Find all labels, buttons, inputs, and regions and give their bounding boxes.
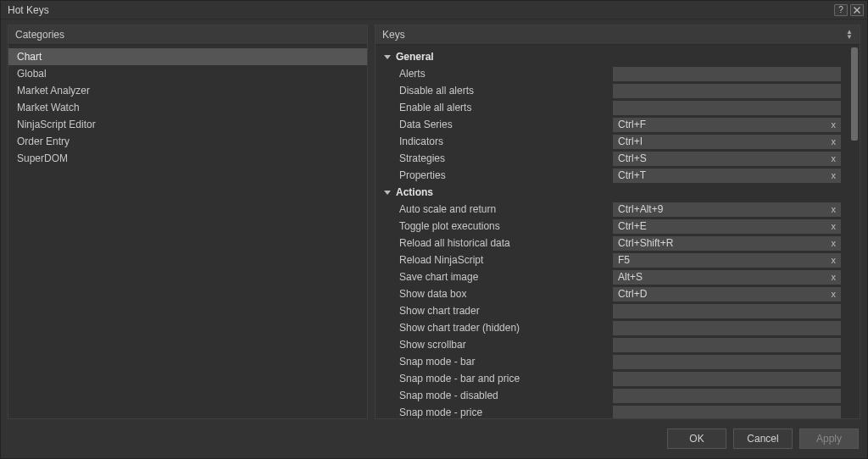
keys-header-label: Keys (382, 29, 405, 41)
window-title: Hot Keys (8, 4, 834, 16)
clear-hotkey-icon[interactable]: x (832, 154, 837, 163)
clear-hotkey-icon[interactable]: x (832, 205, 837, 214)
clear-hotkey-icon[interactable]: x (832, 290, 837, 299)
apply-button[interactable]: Apply (799, 429, 859, 449)
hotkey-input[interactable] (613, 406, 841, 419)
key-label: Strategies (399, 152, 606, 164)
hotkey-input[interactable]: Ctrl+Alt+9x (613, 202, 841, 217)
hotkey-input[interactable]: Ctrl+Ix (613, 135, 841, 149)
scrollbar-track[interactable] (851, 47, 858, 413)
hotkey-input[interactable]: Ctrl+Shift+Rx (613, 236, 841, 251)
category-item[interactable]: Order Entry (8, 133, 367, 150)
clear-hotkey-icon[interactable]: x (832, 273, 837, 282)
key-label: Save chart image (399, 271, 606, 283)
key-label: Properties (399, 169, 606, 181)
key-label: Enable all alerts (399, 102, 606, 113)
clear-hotkey-icon[interactable]: x (832, 239, 837, 248)
key-row: Snap mode - bar (376, 353, 846, 370)
hotkey-input[interactable]: Ctrl+Ex (613, 219, 841, 234)
hotkey-input[interactable] (613, 304, 841, 318)
categories-header-label: Categories (15, 29, 64, 41)
hotkey-input[interactable] (613, 101, 841, 115)
hotkey-input[interactable] (613, 84, 841, 98)
key-label: Auto scale and return (399, 203, 606, 215)
clear-hotkey-icon[interactable]: x (832, 171, 837, 180)
category-item[interactable]: SuperDOM (8, 150, 367, 167)
clear-hotkey-icon[interactable]: x (832, 137, 837, 147)
hotkeys-window: Hot Keys ? Categories ChartGlobalMarket … (0, 0, 868, 459)
help-icon: ? (838, 5, 843, 14)
dialog-footer: OK Cancel Apply (1, 424, 867, 458)
ok-button[interactable]: OK (667, 429, 726, 449)
hotkey-input[interactable]: Ctrl+Tx (613, 169, 841, 183)
hotkey-value: Ctrl+E (618, 220, 647, 232)
key-row: Show scrollbar (376, 336, 846, 353)
hotkey-input[interactable] (613, 338, 841, 352)
hotkey-value: Ctrl+Shift+R (618, 237, 673, 249)
key-label: Show chart trader (399, 305, 606, 317)
hotkey-input[interactable]: F5x (613, 253, 841, 268)
key-label: Snap mode - bar (399, 356, 606, 368)
key-row: Data SeriesCtrl+Fx (376, 116, 846, 133)
category-item[interactable]: Chart (8, 48, 367, 65)
key-row: Snap mode - price (376, 404, 846, 418)
keys-content: GeneralAlertsDisable all alertsEnable al… (376, 48, 849, 418)
categories-list: ChartGlobalMarket AnalyzerMarket WatchNi… (8, 48, 367, 167)
key-label: Indicators (399, 135, 606, 147)
hotkey-value: F5 (618, 254, 630, 266)
category-item[interactable]: NinjaScript Editor (8, 116, 367, 133)
categories-header: Categories (8, 25, 367, 45)
categories-body: ChartGlobalMarket AnalyzerMarket WatchNi… (8, 45, 367, 418)
key-row: PropertiesCtrl+Tx (376, 167, 846, 184)
disclosure-down-icon (384, 53, 391, 60)
close-button[interactable] (850, 4, 864, 16)
categories-panel: Categories ChartGlobalMarket AnalyzerMar… (8, 25, 368, 419)
key-row: Enable all alerts (376, 99, 846, 116)
key-label: Show chart trader (hidden) (399, 322, 606, 334)
key-label: Show data box (399, 288, 606, 300)
key-row: Auto scale and returnCtrl+Alt+9x (376, 201, 846, 218)
keys-header-stepper[interactable]: ▲ ▼ (846, 30, 853, 40)
hotkey-input[interactable] (613, 355, 841, 369)
key-label: Snap mode - bar and price (399, 373, 606, 384)
clear-hotkey-icon[interactable]: x (832, 222, 837, 231)
hotkey-input[interactable] (613, 389, 841, 403)
scrollbar-thumb[interactable] (851, 47, 858, 141)
help-button[interactable]: ? (834, 4, 848, 16)
category-item[interactable]: Global (8, 65, 367, 82)
hotkey-value: Alt+S (618, 271, 643, 283)
hotkey-input[interactable] (613, 321, 841, 335)
clear-hotkey-icon[interactable]: x (832, 256, 837, 265)
hotkey-value: Ctrl+I (618, 135, 643, 147)
key-row: Reload all historical dataCtrl+Shift+Rx (376, 235, 846, 252)
hotkey-input[interactable] (613, 67, 841, 81)
key-row: Save chart imageAlt+Sx (376, 268, 846, 285)
key-row: Snap mode - bar and price (376, 370, 846, 387)
hotkey-value: Ctrl+S (618, 152, 647, 164)
key-row: Alerts (376, 65, 846, 82)
close-icon (854, 7, 860, 14)
dialog-body: Categories ChartGlobalMarket AnalyzerMar… (1, 19, 867, 424)
titlebar-buttons: ? (834, 4, 864, 16)
key-label: Data Series (399, 119, 606, 130)
hotkey-input[interactable]: Ctrl+Fx (613, 118, 841, 132)
chevron-down-icon: ▼ (846, 35, 853, 40)
key-row: Disable all alerts (376, 82, 846, 99)
cancel-button[interactable]: Cancel (733, 429, 793, 449)
key-label: Reload NinjaScript (399, 254, 606, 266)
clear-hotkey-icon[interactable]: x (832, 120, 837, 130)
keys-header: Keys ▲ ▼ (376, 25, 860, 45)
key-row: Snap mode - disabled (376, 387, 846, 404)
hotkey-input[interactable] (613, 372, 841, 386)
hotkey-input[interactable]: Ctrl+Sx (613, 152, 841, 166)
hotkey-input[interactable]: Ctrl+Dx (613, 287, 841, 301)
group-header[interactable]: Actions (376, 184, 846, 201)
category-item[interactable]: Market Analyzer (8, 82, 367, 99)
key-label: Alerts (399, 68, 606, 80)
key-row: IndicatorsCtrl+Ix (376, 133, 846, 150)
hotkey-value: Ctrl+F (618, 119, 646, 130)
hotkey-input[interactable]: Alt+Sx (613, 270, 841, 285)
category-item[interactable]: Market Watch (8, 99, 367, 116)
key-label: Show scrollbar (399, 339, 606, 351)
group-header[interactable]: General (376, 48, 846, 65)
